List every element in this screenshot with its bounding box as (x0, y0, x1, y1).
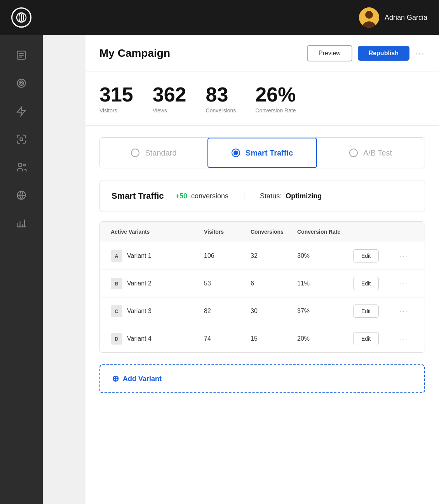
th-conversions: Conversions (246, 222, 293, 242)
sidebar-item-integrations[interactable] (6, 127, 37, 152)
variant-d-label: D Variant 4 (106, 326, 199, 352)
preview-button[interactable]: Preview (307, 45, 352, 61)
conversion-rate-label: Conversion Rate (255, 107, 296, 114)
variant-a-rate: 30% (293, 245, 348, 266)
variant-a-edit-button[interactable]: Edit (353, 249, 379, 262)
mode-ab-test-label: A/B Test (363, 149, 392, 158)
conversions-count: +50 (176, 192, 188, 200)
variant-b-edit-cell: Edit (348, 270, 395, 297)
sidebar (0, 0, 43, 504)
variant-d-conversions: 15 (246, 328, 293, 349)
variant-c-badge: C (111, 305, 122, 317)
variant-c-more-button[interactable]: ··· (400, 307, 408, 315)
th-visitors: Visitors (199, 222, 246, 242)
smart-traffic-conversions: +50 conversions (176, 192, 229, 200)
stat-conversions: 83 Conversions (206, 84, 236, 114)
variant-a-more: ··· (395, 245, 418, 267)
variant-d-more: ··· (395, 328, 418, 350)
conversions-value: 83 (206, 84, 236, 106)
campaign-header: My Campaign Preview Republish ··· (85, 35, 439, 72)
variants-table: Active Variants Visitors Conversions Con… (99, 221, 425, 353)
stat-views: 362 Views (153, 84, 186, 114)
add-variant-icon: ⊕ (112, 374, 119, 384)
variant-a-more-button[interactable]: ··· (400, 252, 408, 260)
add-variant-button[interactable]: ⊕ Add Variant (112, 374, 162, 384)
table-row: C Variant 3 82 30 37% Edit ··· (100, 298, 425, 325)
table-row: A Variant 1 106 32 30% Edit ··· (100, 242, 425, 270)
variant-b-badge: B (111, 278, 122, 289)
svg-point-8 (19, 81, 24, 86)
variant-a-label: A Variant 1 (106, 243, 199, 269)
variant-a-name: Variant 1 (127, 252, 152, 259)
th-actions (348, 222, 395, 242)
stat-visitors: 315 Visitors (99, 84, 133, 114)
variant-b-visitors: 53 (199, 273, 246, 294)
smart-traffic-title: Smart Traffic (111, 191, 164, 201)
variant-c-label: C Variant 3 (106, 298, 199, 324)
variant-c-conversions: 30 (246, 301, 293, 322)
variant-c-visitors: 82 (199, 301, 246, 322)
variant-d-badge: D (111, 333, 122, 345)
variant-c-more: ··· (395, 300, 418, 322)
variant-a-conversions: 32 (246, 245, 293, 266)
add-variant-box[interactable]: ⊕ Add Variant (99, 364, 425, 393)
table-header: Active Variants Visitors Conversions Con… (100, 222, 425, 242)
radio-ab-test (349, 149, 358, 157)
avatar-image (359, 7, 379, 28)
more-options-button[interactable]: ··· (415, 48, 425, 59)
campaign-title: My Campaign (99, 47, 170, 60)
app-logo[interactable] (11, 7, 31, 28)
svg-rect-11 (20, 138, 23, 141)
th-active-variants: Active Variants (106, 222, 199, 242)
sidebar-item-pages[interactable] (6, 43, 37, 68)
variant-a-badge: A (111, 250, 122, 262)
conversion-rate-value: 26% (255, 84, 296, 106)
mode-selector: Standard Smart Traffic A/B Test (99, 137, 425, 168)
conversions-label: Conversions (206, 107, 236, 114)
variant-d-rate: 20% (293, 328, 348, 349)
sidebar-item-team[interactable] (6, 155, 37, 180)
mode-option-ab-test[interactable]: A/B Test (317, 138, 425, 168)
svg-point-13 (24, 164, 26, 166)
table-row: D Variant 4 74 15 20% Edit ··· (100, 325, 425, 352)
variant-a-edit-cell: Edit (348, 242, 395, 270)
smart-traffic-info: Smart Traffic +50 conversions Status: Op… (99, 180, 425, 212)
variant-b-conversions: 6 (246, 273, 293, 294)
mode-option-standard[interactable]: Standard (100, 138, 208, 168)
sidebar-item-lightning[interactable] (6, 99, 37, 124)
sidebar-item-globe[interactable] (6, 183, 37, 208)
variant-d-more-button[interactable]: ··· (400, 335, 408, 343)
variant-b-name: Variant 2 (127, 280, 152, 287)
sidebar-item-goals[interactable] (6, 71, 37, 96)
radio-inner-dot (233, 150, 238, 155)
table-row: B Variant 2 53 6 11% Edit ··· (100, 270, 425, 298)
svg-marker-10 (17, 107, 26, 116)
add-variant-label: Add Variant (123, 375, 162, 383)
th-more (395, 222, 418, 242)
views-value: 362 (153, 84, 186, 106)
variant-b-label: B Variant 2 (106, 271, 199, 296)
radio-smart-traffic (232, 149, 240, 157)
variant-b-more-button[interactable]: ··· (400, 280, 408, 287)
mode-option-smart-traffic[interactable]: Smart Traffic (207, 138, 317, 168)
variant-d-edit-button[interactable]: Edit (353, 332, 379, 345)
topbar: Adrian Garcia (43, 0, 439, 35)
header-actions: Preview Republish ··· (307, 45, 425, 61)
variant-c-edit-cell: Edit (348, 298, 395, 325)
sidebar-item-analytics[interactable] (6, 211, 37, 236)
th-conversion-rate: Conversion Rate (293, 222, 348, 242)
variant-c-name: Variant 3 (127, 308, 152, 315)
variant-d-visitors: 74 (199, 328, 246, 349)
republish-button[interactable]: Republish (358, 46, 409, 61)
variant-c-edit-button[interactable]: Edit (353, 304, 379, 318)
visitors-value: 315 (99, 84, 133, 106)
radio-standard (131, 149, 139, 157)
info-divider (244, 191, 244, 201)
status-label: Status: (260, 192, 282, 200)
svg-point-22 (365, 11, 373, 19)
variant-b-edit-button[interactable]: Edit (353, 277, 379, 290)
status-value: Optimizing (286, 192, 322, 200)
stats-bar: 315 Visitors 362 Views 83 Conversions 26… (85, 72, 439, 126)
user-info: Adrian Garcia (359, 7, 427, 28)
variant-a-visitors: 106 (199, 245, 246, 266)
